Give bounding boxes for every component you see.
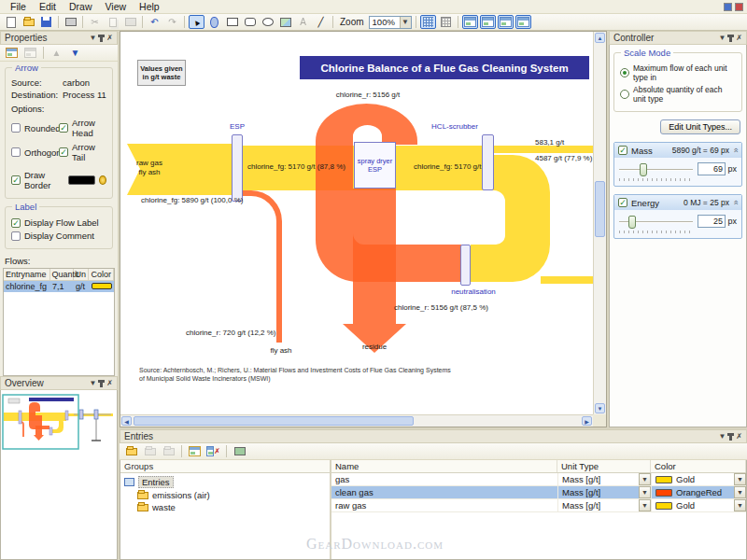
tree-root-entries[interactable]: Entries bbox=[122, 475, 328, 489]
line-tool-icon[interactable]: ╱ bbox=[313, 15, 329, 29]
close-icon[interactable]: ✗ bbox=[106, 35, 113, 42]
max-flow-radio[interactable] bbox=[620, 68, 629, 77]
diagram-title-banner[interactable]: Chlorine Balance of a Flue Gas Cleaning … bbox=[300, 56, 589, 79]
panel-menu-icon[interactable]: ▼ bbox=[718, 35, 726, 42]
chevron-down-icon[interactable]: ▼ bbox=[400, 17, 411, 28]
chevron-down-icon[interactable]: ▼ bbox=[734, 473, 746, 485]
node-tool-icon[interactable] bbox=[206, 15, 222, 29]
new-group-icon[interactable] bbox=[123, 444, 139, 458]
energy-value-input[interactable]: 25 bbox=[698, 215, 726, 228]
pin-icon[interactable] bbox=[100, 380, 103, 387]
chevron-down-icon[interactable]: ▼ bbox=[639, 473, 651, 485]
redo-icon[interactable]: ↷ bbox=[164, 15, 180, 29]
add-entry-icon[interactable] bbox=[187, 444, 203, 458]
flows-header-quantity[interactable]: Quantit bbox=[50, 269, 74, 280]
scroll-left-icon[interactable]: ◀ bbox=[121, 416, 132, 426]
groups-header[interactable]: Groups bbox=[120, 460, 330, 473]
mass-slider[interactable] bbox=[619, 162, 693, 183]
node-hcl-scrubber[interactable] bbox=[482, 134, 494, 190]
scroll-right-icon[interactable]: ▶ bbox=[582, 416, 592, 426]
pointer-tool-icon[interactable]: ▲ bbox=[189, 15, 204, 29]
header-name[interactable]: Name bbox=[331, 460, 557, 472]
diagram-canvas[interactable]: spray dryer ESP Chlorine Balance of a Fl… bbox=[120, 32, 593, 414]
table-row[interactable]: gas Mass [g/t]▼ Gold▼ bbox=[331, 473, 746, 486]
menu-view[interactable]: View bbox=[99, 0, 134, 13]
chevron-down-icon[interactable]: ▼ bbox=[734, 499, 746, 511]
close-icon[interactable]: ✗ bbox=[106, 380, 113, 387]
panel-toggle-properties-icon[interactable] bbox=[462, 15, 478, 29]
move-down-icon[interactable]: ▼ bbox=[67, 46, 83, 60]
edit-unit-types-button[interactable]: Edit Unit Types... bbox=[660, 119, 740, 134]
print-icon[interactable] bbox=[63, 15, 78, 29]
flows-header-color[interactable]: Color bbox=[89, 269, 114, 280]
table-row[interactable]: chlorine_fg 7,1 g/t bbox=[4, 281, 114, 292]
tree-item-emissions[interactable]: emissions (air) bbox=[135, 489, 328, 501]
scrollbar-thumb[interactable] bbox=[595, 181, 605, 237]
image-tool-icon[interactable] bbox=[277, 15, 293, 29]
panel-menu-icon[interactable]: ▼ bbox=[718, 433, 726, 441]
panel-toggle-controller-icon[interactable] bbox=[498, 15, 514, 29]
open-icon[interactable] bbox=[21, 15, 36, 29]
border-color-swatch[interactable] bbox=[68, 175, 95, 185]
energy-slider[interactable] bbox=[619, 215, 693, 235]
collapse-icon[interactable]: » bbox=[730, 200, 740, 204]
collapse-icon[interactable]: » bbox=[730, 147, 740, 152]
overview-minimap[interactable] bbox=[0, 390, 118, 560]
slider-thumb[interactable] bbox=[628, 216, 636, 229]
move-up-icon[interactable]: ▲ bbox=[49, 46, 64, 60]
close-icon[interactable]: ✗ bbox=[736, 433, 742, 441]
node-spray-dryer[interactable]: spray dryer ESP bbox=[354, 142, 396, 189]
panel-toggle-entries-icon[interactable] bbox=[515, 15, 531, 29]
chevron-down-icon[interactable]: ▼ bbox=[639, 499, 651, 511]
chevron-down-icon[interactable]: ▼ bbox=[639, 486, 651, 498]
cut-icon[interactable]: ✂ bbox=[87, 15, 103, 29]
save-icon[interactable] bbox=[38, 15, 54, 29]
flows-header-unit[interactable]: Un bbox=[74, 269, 90, 280]
slider-thumb[interactable] bbox=[640, 163, 647, 176]
zoom-combobox[interactable]: 100%▼ bbox=[369, 16, 412, 29]
pin-icon[interactable] bbox=[729, 35, 732, 42]
scroll-down-icon[interactable]: ▼ bbox=[595, 403, 605, 413]
table-row-selected[interactable]: clean gas Mass [g/t]▼ OrangeRed▼ bbox=[331, 486, 746, 499]
chevron-down-icon[interactable]: ▼ bbox=[734, 486, 746, 498]
arrow-tail-checkbox[interactable]: ✓ bbox=[59, 147, 68, 157]
flow-out-right[interactable] bbox=[541, 276, 593, 284]
delete-entry-icon[interactable]: ✗ bbox=[205, 444, 221, 458]
arrow-head-checkbox[interactable]: ✓ bbox=[59, 123, 68, 133]
orthogonal-checkbox[interactable]: ✓ bbox=[11, 147, 21, 157]
copy-icon[interactable] bbox=[105, 15, 120, 29]
panel-menu-icon[interactable]: ▼ bbox=[89, 35, 96, 42]
menu-help[interactable]: Help bbox=[133, 0, 166, 13]
header-color[interactable]: Color bbox=[651, 460, 746, 472]
import-entries-icon[interactable] bbox=[232, 444, 247, 458]
scrollbar-thumb[interactable] bbox=[134, 416, 414, 426]
edit-properties-icon[interactable] bbox=[4, 46, 20, 60]
vertical-scrollbar[interactable]: ▲ ▼ bbox=[593, 32, 606, 414]
header-unit-type[interactable]: Unit Type bbox=[557, 460, 651, 472]
color-picker-icon[interactable] bbox=[99, 175, 106, 185]
delete-group-icon[interactable] bbox=[161, 444, 176, 458]
edit-group-icon[interactable] bbox=[142, 444, 158, 458]
mass-value-input[interactable]: 69 bbox=[698, 162, 726, 175]
show-grid-icon[interactable] bbox=[438, 15, 454, 29]
paste-icon[interactable] bbox=[122, 15, 138, 29]
node-esp[interactable] bbox=[232, 134, 243, 202]
pin-icon[interactable] bbox=[729, 433, 732, 441]
horizontal-scrollbar[interactable]: ◀ ▶ bbox=[120, 414, 593, 427]
tree-item-waste[interactable]: waste bbox=[135, 501, 328, 513]
close-icon[interactable]: ✗ bbox=[736, 35, 742, 42]
apply-properties-icon[interactable] bbox=[22, 46, 38, 60]
menu-edit[interactable]: Edit bbox=[33, 0, 63, 13]
menu-close-icon[interactable] bbox=[735, 3, 743, 11]
menu-draw[interactable]: Draw bbox=[63, 0, 99, 13]
rounded-checkbox[interactable]: ✓ bbox=[11, 123, 21, 133]
draw-border-checkbox[interactable]: ✓ bbox=[11, 175, 21, 185]
node-neutralisation[interactable] bbox=[460, 245, 471, 286]
flows-header-entryname[interactable]: Entryname bbox=[4, 269, 50, 280]
absolute-quantity-radio[interactable] bbox=[620, 90, 629, 99]
display-comment-checkbox[interactable]: ✓ bbox=[11, 231, 21, 241]
rounded-rectangle-tool-icon[interactable] bbox=[242, 15, 258, 29]
ellipse-tool-icon[interactable] bbox=[260, 15, 275, 29]
pin-icon[interactable] bbox=[100, 35, 103, 42]
values-note-box[interactable]: Values given in g/t waste bbox=[137, 60, 186, 86]
